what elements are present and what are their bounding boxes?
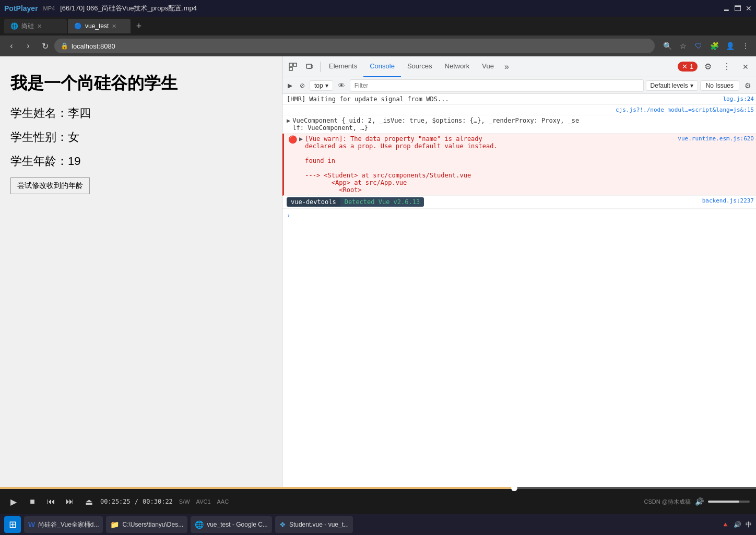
search-icon[interactable]: 🔍 [661, 40, 674, 52]
progress-bar[interactable] [0, 487, 756, 489]
tab-sigu[interactable]: 🌐 尚硅 ✕ [4, 19, 67, 33]
next-button[interactable]: ⏭ [63, 494, 77, 509]
close-icon[interactable]: ✕ [746, 4, 752, 13]
console-source-error[interactable]: vue.runtime.esm.js:620 [678, 135, 754, 142]
console-source-cjs[interactable]: cjs.js?!./node_modul…=script&lang=js&:15 [616, 106, 754, 113]
devtools-close-button[interactable]: ✕ [737, 58, 754, 75]
tab-network[interactable]: Network [439, 56, 476, 77]
minimize-icon[interactable]: 🗕 [723, 4, 730, 13]
console-stop-button[interactable]: ⊘ [297, 80, 308, 91]
star-icon[interactable]: ☆ [677, 40, 689, 52]
vue-badge-version: Detected Vue v2.6.13 [340, 197, 424, 207]
console-source-vue[interactable]: backend.js:2237 [702, 197, 754, 204]
console-line-hmr: [HMR] Waiting for update signal from WDS… [282, 94, 756, 105]
app-icon-chrome: 🌐 [195, 520, 204, 529]
tab-bar: 🌐 尚硅 ✕ 🔵 vue_test ✕ + [0, 17, 756, 35]
svg-rect-2 [289, 67, 292, 70]
app-label-chrome: vue_test - Google C... [207, 521, 268, 528]
tab-close-1[interactable]: ✕ [37, 23, 42, 30]
nav-icons: 🔍 ☆ 🛡 🧩 👤 ⋮ [661, 40, 752, 52]
codec-avc1: AVC1 [196, 498, 211, 505]
forward-button[interactable]: › [21, 39, 36, 53]
title-bar-left: PotPlayer MP4 [66/170] 066_尚硅谷Vue技术_prop… [4, 4, 197, 13]
vue-badge-container: vue-devtools Detected Vue v2.6.13 [287, 197, 424, 207]
title-bar: PotPlayer MP4 [66/170] 066_尚硅谷Vue技术_prop… [0, 0, 756, 17]
devtools-separator-1 [320, 62, 321, 72]
console-line-vue-badge: vue-devtools Detected Vue v2.6.13 backen… [282, 196, 756, 209]
address-bar[interactable]: 🔒 localhost:8080 [54, 39, 655, 53]
tab-console[interactable]: Console [363, 56, 401, 77]
lock-icon: 🔒 [61, 42, 68, 50]
console-play-button[interactable]: ▶ [285, 80, 295, 91]
console-output: [HMR] Waiting for update signal from WDS… [282, 94, 756, 500]
taskbar-app-vscode[interactable]: ❖ Student.vue - vue_t... [275, 516, 353, 533]
shield-icon[interactable]: 🛡 [692, 40, 705, 52]
profile-icon[interactable]: 👤 [724, 40, 736, 52]
vue-component-arrow[interactable]: ▶ [287, 117, 290, 124]
main-area: 我是一个尚硅谷的学生 学生姓名：李四 学生性别：女 学生年龄：19 尝试修改收到… [0, 56, 756, 500]
filename-label: [66/170] 066_尚硅谷Vue技术_props配置.mp4 [60, 4, 197, 13]
eject-button[interactable]: ⏏ [81, 494, 96, 509]
extension-icon[interactable]: 🧩 [708, 40, 720, 52]
address-text: localhost:8080 [72, 42, 115, 50]
console-toolbar: ▶ ⊘ top ▾ 👁 Default levels ▾ No Issues ⚙ [282, 77, 756, 94]
volume-icon[interactable]: 🔊 [695, 497, 704, 506]
back-button[interactable]: ‹ [4, 39, 19, 53]
volume-bar[interactable] [708, 501, 750, 503]
console-input-line: › [282, 209, 756, 221]
console-filter-input[interactable] [350, 79, 644, 92]
tab-vue-test[interactable]: 🔵 vue_test ✕ [68, 19, 131, 33]
app-icon-explorer: 📁 [110, 520, 119, 529]
new-tab-button[interactable]: + [132, 19, 146, 33]
console-line-error: 🔴 ▶ [Vue warn]: The data property "name"… [282, 134, 756, 196]
stop-button[interactable]: ■ [25, 494, 40, 509]
student-gender: 学生性别：女 [10, 129, 271, 145]
modify-age-button[interactable]: 尝试修改收到的年龄 [10, 177, 90, 194]
taskbar-app-chrome[interactable]: 🌐 vue_test - Google C... [191, 516, 272, 533]
taskbar: ⊞ W 尚硅谷_Vue全家桶d... 📁 C:\Users\tianyu\Des… [0, 514, 756, 535]
tab-icon-2: 🔵 [74, 22, 82, 30]
error-arrow[interactable]: ▶ [299, 135, 303, 142]
devtools-settings-button[interactable]: ⚙ [700, 58, 716, 75]
app-label-word: 尚硅谷_Vue全家桶d... [38, 520, 99, 529]
maximize-icon[interactable]: 🗖 [734, 4, 741, 13]
more-tabs-button[interactable]: » [500, 56, 513, 77]
console-line-cjs: cjs.js?!./node_modul…=script&lang=js&:15 [282, 105, 756, 115]
console-eye-button[interactable]: 👁 [335, 79, 348, 92]
volume-area: CSDN @待木成稿 🔊 [644, 497, 750, 506]
console-source-hmr[interactable]: log.js:24 [723, 96, 754, 102]
console-no-issues: No Issues [700, 80, 739, 91]
tray-lang[interactable]: 中 [746, 520, 752, 529]
devtools-device-button[interactable] [301, 58, 318, 75]
error-count: 1 [690, 63, 693, 70]
menu-icon[interactable]: ⋮ [739, 40, 752, 52]
tab-sources[interactable]: Sources [401, 56, 439, 77]
taskbar-app-word[interactable]: W 尚硅谷_Vue全家桶d... [24, 516, 103, 533]
tab-close-2[interactable]: ✕ [112, 23, 116, 30]
devtools-dots-button[interactable]: ⋮ [718, 58, 735, 75]
format-label: MP4 [43, 5, 55, 11]
start-button[interactable]: ⊞ [4, 516, 21, 533]
prev-button[interactable]: ⏮ [44, 494, 58, 509]
taskbar-app-explorer[interactable]: 📁 C:\Users\tianyu\Des... [106, 516, 187, 533]
tray-icon-up[interactable]: 🔺 [722, 521, 729, 528]
tab-vue[interactable]: Vue [476, 56, 500, 77]
devtools-inspect-button[interactable] [285, 58, 301, 75]
tray-icon-sound[interactable]: 🔊 [734, 521, 741, 528]
progress-thumb [511, 485, 517, 491]
console-text-hmr: [HMR] Waiting for update signal from WDS… [287, 96, 718, 103]
console-levels-selector[interactable]: Default levels ▾ [646, 80, 698, 91]
current-time: 00:25:25 [100, 498, 131, 505]
student-age: 学生年龄：19 [10, 153, 271, 169]
student-name: 学生姓名：李四 [10, 105, 271, 121]
play-button[interactable]: ▶ [6, 494, 21, 509]
tab-elements[interactable]: Elements [323, 56, 363, 77]
levels-label: Default levels [651, 82, 688, 89]
devtools-actions: ✕ 1 ⚙ ⋮ ✕ [678, 58, 754, 75]
console-line-vue-component: ▶ VueComponent {_uid: 2, _isVue: true, $… [282, 115, 756, 134]
console-context-selector[interactable]: top ▾ [310, 80, 333, 91]
reload-button[interactable]: ↻ [38, 39, 52, 53]
console-text-error: [Vue warn]: The data property "name" is … [305, 135, 674, 194]
console-gear-button[interactable]: ⚙ [741, 79, 754, 92]
console-text-vue-component: VueComponent {_uid: 2, _isVue: true, $op… [292, 117, 754, 132]
